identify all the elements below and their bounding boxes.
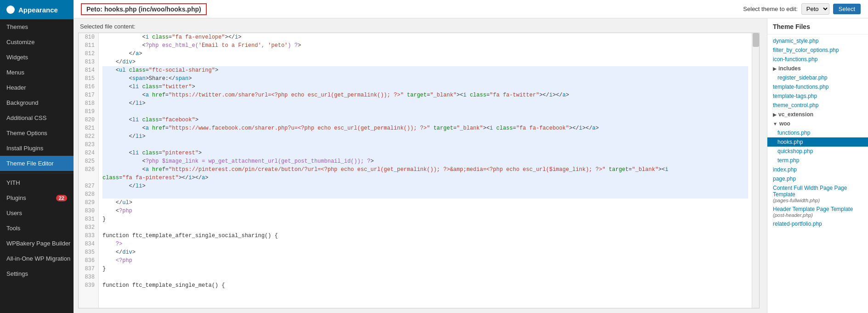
template-sub-label: (post-header.php) — [773, 212, 862, 218]
file-link-template-functions[interactable]: template-functions.php — [767, 82, 868, 91]
sidebar-divider-1 — [0, 173, 74, 173]
file-link-index[interactable]: index.php — [767, 165, 868, 174]
template-label: Header Template Page Template — [773, 206, 853, 212]
sidebar-item-settings[interactable]: Settings — [0, 266, 74, 281]
code-line — [102, 141, 748, 149]
folder-vc-extension[interactable]: ▶ vc_extension — [767, 110, 868, 119]
wp-icon — [6, 6, 15, 14]
sidebar-item-theme-file-editor[interactable]: Theme File Editor — [0, 156, 74, 171]
code-line: <a href="https://twitter.com/share?url=<… — [102, 91, 748, 99]
code-lines[interactable]: <i class="fa fa-envelope"></i> <?php esc… — [99, 33, 752, 308]
sidebar-item-theme-options[interactable]: Theme Options — [0, 125, 74, 141]
topbar: Peto: hooks.php (inc/woo/hooks.php) Sele… — [74, 0, 868, 18]
files-panel: Theme Files dynamic_style.php filter_by_… — [767, 18, 868, 313]
theme-select-dropdown[interactable]: Peto — [801, 3, 829, 15]
code-line: <span>Share:</span> — [102, 74, 748, 83]
file-title: Peto: hooks.php (inc/woo/hooks.php) — [81, 3, 207, 15]
appearance-header[interactable]: Appearance — [0, 0, 74, 19]
code-line: class="fa fa-pinterest"></i></a> — [102, 174, 748, 182]
sidebar-item-header[interactable]: Header — [0, 80, 74, 95]
code-scroll[interactable]: 810811812813 814815816817 818819820821 8… — [79, 33, 752, 308]
plugins-badge: 22 — [56, 195, 67, 201]
code-line: </div> — [102, 248, 748, 256]
code-line: function ftc_template_single_meta() { — [102, 281, 748, 290]
folder-arrow: ▶ — [773, 112, 777, 117]
file-link-dynamic-style[interactable]: dynamic_style.php — [767, 36, 868, 46]
sidebar: Appearance Themes Customize Widgets Menu… — [0, 0, 74, 313]
sidebar-item-tools[interactable]: Tools — [0, 221, 74, 236]
code-line: </li> — [102, 132, 748, 141]
file-link-filter-by-color[interactable]: filter_by_color_options.php — [767, 46, 868, 55]
select-button[interactable]: Select — [833, 4, 861, 14]
theme-select-group: Select theme to edit: Peto Select — [743, 3, 861, 15]
sidebar-item-install-plugins[interactable]: Install Plugins — [0, 141, 74, 156]
sidebar-item-customize[interactable]: Customize — [0, 34, 74, 50]
files-panel-title: Theme Files — [767, 23, 868, 34]
file-link-theme-control[interactable]: theme_control.php — [767, 101, 868, 110]
code-line — [102, 223, 748, 232]
line-numbers: 810811812813 814815816817 818819820821 8… — [79, 33, 99, 308]
code-line: <i class="fa fa-envelope"></i> — [102, 33, 748, 41]
file-link-functions[interactable]: functions.php — [767, 128, 868, 137]
code-line — [102, 273, 748, 281]
code-line: <?php — [102, 207, 748, 215]
code-line — [102, 190, 748, 199]
file-link-term[interactable]: term.php — [767, 156, 868, 165]
code-line: </li> — [102, 99, 748, 108]
code-line: <a href="https://www.facebook.com/sharer… — [102, 124, 748, 132]
code-line: <?php esc_html_e('Email to a Friend', 'p… — [102, 41, 748, 50]
select-theme-label: Select theme to edit: — [743, 6, 798, 12]
code-line: <li class="pinterest"> — [102, 149, 748, 157]
code-line: </ul> — [102, 199, 748, 207]
content-area: Selected file content: 810811812813 8148… — [74, 18, 868, 313]
folder-arrow: ▼ — [773, 121, 777, 126]
folder-woo[interactable]: ▼ woo — [767, 119, 868, 128]
folder-arrow: ▶ — [773, 66, 777, 71]
main-content: Peto: hooks.php (inc/woo/hooks.php) Sele… — [74, 0, 868, 313]
template-sub-label: (pages-fullwidth.php) — [773, 198, 862, 203]
code-container[interactable]: 810811812813 814815816817 818819820821 8… — [78, 33, 760, 308]
code-line: function ftc_template_after_single_socia… — [102, 232, 748, 240]
sidebar-item-themes[interactable]: Themes — [0, 19, 74, 34]
file-template-content-full-width[interactable]: Content Full Width Page Page Template (p… — [767, 183, 868, 205]
sidebar-header-label: Appearance — [18, 6, 58, 14]
sidebar-item-menus[interactable]: Menus — [0, 65, 74, 80]
scrollbar-track[interactable] — [752, 33, 759, 308]
file-template-header[interactable]: Header Template Page Template (post-head… — [767, 205, 868, 219]
code-line: <a href="https://pinterest.com/pin/creat… — [102, 165, 748, 174]
code-line: </li> — [102, 182, 748, 190]
sidebar-item-widgets[interactable]: Widgets — [0, 50, 74, 65]
code-line: <ul class="ftc-social-sharing"> — [102, 66, 748, 74]
sidebar-item-additional-css[interactable]: Additional CSS — [0, 110, 74, 125]
selected-file-label: Selected file content: — [78, 23, 760, 30]
sidebar-item-background[interactable]: Background — [0, 95, 74, 110]
code-line: </div> — [102, 58, 748, 66]
code-line: <?php — [102, 256, 748, 265]
code-line: } — [102, 265, 748, 273]
file-link-page[interactable]: page.php — [767, 174, 868, 183]
sidebar-item-yith[interactable]: YITH — [0, 175, 74, 190]
scrollbar-thumb[interactable] — [753, 33, 759, 47]
folder-label: includes — [778, 65, 801, 72]
code-line: <?php $image_link = wp_get_attachment_ur… — [102, 157, 748, 165]
folder-label: vc_extension — [778, 111, 813, 118]
folder-label: woo — [779, 120, 790, 127]
code-line — [102, 108, 748, 116]
code-line: ?> — [102, 240, 748, 248]
file-link-quickshop[interactable]: quickshop.php — [767, 147, 868, 156]
file-link-related-portfolio[interactable]: related-portfolio.php — [767, 219, 868, 228]
sidebar-item-users[interactable]: Users — [0, 205, 74, 221]
code-line: </a> — [102, 50, 748, 58]
template-label: Content Full Width Page Page Template — [773, 185, 847, 198]
file-link-hooks[interactable]: hooks.php — [767, 137, 868, 147]
sidebar-item-wpbakery[interactable]: WPBakery Page Builder — [0, 236, 74, 251]
sidebar-item-all-in-one[interactable]: All-in-One WP Migration — [0, 251, 74, 266]
file-link-register-sidebar[interactable]: register_sidebar.php — [767, 73, 868, 82]
folder-includes[interactable]: ▶ includes — [767, 64, 868, 73]
editor-section: Selected file content: 810811812813 8148… — [74, 18, 767, 313]
code-line: <li class="twitter"> — [102, 83, 748, 91]
file-link-icon-functions[interactable]: icon-functions.php — [767, 55, 868, 64]
code-line: } — [102, 215, 748, 223]
file-link-template-tags[interactable]: template-tags.php — [767, 91, 868, 101]
sidebar-item-plugins[interactable]: Plugins 22 — [0, 190, 74, 205]
